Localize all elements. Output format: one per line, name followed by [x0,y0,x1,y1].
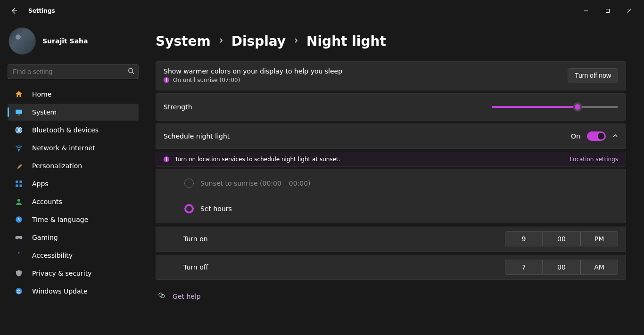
sidebar-item-label: Personalization [32,162,82,170]
bluetooth-icon [14,125,24,135]
schedule-options-card: Sunset to sunrise (00:00 – 00:00) Set ho… [156,169,626,223]
turn-on-row: Turn on 9 00 PM [156,226,626,252]
sidebar-item-bluetooth[interactable]: Bluetooth & devices [8,122,139,139]
sidebar-item-privacy[interactable]: Privacy & security [8,265,139,282]
sidebar-item-label: Network & internet [32,144,95,152]
warning-info-icon: i [164,156,169,162]
system-icon [14,107,24,117]
profile[interactable]: Surajit Saha [8,25,139,62]
sidebar-item-accounts[interactable]: Accounts [8,193,139,210]
app-title: Settings [28,8,55,14]
schedule-toggle[interactable] [587,131,606,141]
sidebar-item-accessibility[interactable]: Accessibility [8,247,139,264]
gamepad-icon [14,233,24,242]
hour-field[interactable]: 9 [505,231,543,246]
radio-label: Sunset to sunrise (00:00 – 00:00) [200,180,311,187]
schedule-card[interactable]: Schedule night light On [156,123,626,149]
person-icon [14,197,24,206]
turn-off-label: Turn off [183,263,208,271]
sidebar-item-label: Accounts [32,198,62,205]
sidebar-item-label: Home [32,90,51,98]
svg-rect-6 [16,180,18,183]
svg-rect-2 [16,110,22,114]
sidebar-item-windows-update[interactable]: Windows Update [8,283,139,300]
close-button[interactable] [619,3,640,18]
sidebar-item-system[interactable]: System [8,104,139,121]
back-button[interactable] [8,5,20,16]
shield-icon [14,269,24,278]
sidebar-item-network[interactable]: Network & internet [8,139,139,156]
location-warning-bar: i Turn on location services to schedule … [156,152,626,167]
svg-rect-9 [20,185,22,187]
update-icon [14,286,24,296]
search-input[interactable] [13,68,122,75]
radio-icon[interactable] [184,204,194,213]
maximize-button[interactable] [597,3,619,18]
ampm-field[interactable]: PM [580,231,618,246]
strength-card: Strength [156,93,626,121]
sidebar-item-label: Windows Update [32,287,88,295]
breadcrumb-system[interactable]: System [156,33,211,49]
location-settings-link[interactable]: Location settings [570,156,618,163]
chevron-up-icon[interactable] [612,133,618,140]
minute-field[interactable]: 00 [543,231,580,246]
sidebar-item-apps[interactable]: Apps [8,175,139,192]
avatar [8,27,36,55]
turn-off-timepicker[interactable]: 7 00 AM [505,260,618,275]
strength-slider[interactable] [492,102,618,112]
svg-point-10 [17,199,20,202]
toggle-state-text: On [571,132,580,140]
sidebar-item-home[interactable]: Home [8,86,139,103]
get-help-link[interactable]: Get help [173,293,201,300]
clock-icon [14,215,24,224]
nav: Home System Bluetooth & devices Network … [8,86,139,300]
breadcrumb: System Display Night light [156,28,629,54]
svg-rect-7 [20,180,22,183]
help-icon [157,291,166,301]
turn-off-row: Turn off 7 00 AM [156,254,626,280]
sidebar-item-gaming[interactable]: Gaming [8,229,139,246]
chevron-right-icon [293,37,299,45]
sidebar: Surajit Saha Home System [0,22,146,335]
sidebar-item-label: Bluetooth & devices [32,126,99,134]
chevron-right-icon [218,37,224,45]
apps-icon [14,179,24,188]
sidebar-item-personalization[interactable]: Personalization [8,157,139,174]
brush-icon [14,161,24,171]
slider-thumb[interactable] [573,102,582,112]
breadcrumb-display[interactable]: Display [231,33,286,49]
get-help-row[interactable]: Get help [156,291,629,301]
home-icon [14,90,24,99]
radio-set-hours[interactable]: Set hours [184,204,618,213]
svg-point-12 [18,252,20,253]
sidebar-item-label: Time & language [32,216,88,223]
ampm-field[interactable]: AM [580,260,618,275]
turn-on-timepicker[interactable]: 9 00 PM [505,231,618,246]
schedule-label: Schedule night light [164,132,230,140]
radio-sunset-to-sunrise: Sunset to sunrise (00:00 – 00:00) [184,179,618,188]
night-light-status-card: Show warmer colors on your display to he… [156,61,626,90]
card-description: Show warmer colors on your display to he… [164,67,342,75]
turn-on-label: Turn on [183,235,208,243]
search-icon [128,68,134,76]
minute-field[interactable]: 00 [543,260,580,275]
svg-point-1 [129,68,133,73]
titlebar: Settings [0,0,644,22]
strength-label: Strength [164,103,192,111]
username: Surajit Saha [42,37,88,45]
sidebar-item-label: Accessibility [32,252,73,259]
hour-field[interactable]: 7 [505,260,543,275]
accessibility-icon [14,251,24,260]
status-info-icon: i [164,77,169,83]
turn-off-now-button[interactable]: Turn off now [568,68,618,82]
sidebar-item-time-language[interactable]: Time & language [8,211,139,228]
svg-rect-3 [18,114,20,115]
sidebar-item-label: Apps [32,180,49,188]
sidebar-item-label: Gaming [32,234,58,241]
warning-text: Turn on location services to schedule ni… [175,156,340,163]
minimize-button[interactable] [575,3,597,18]
search-input-container[interactable] [8,64,139,79]
radio-icon [184,179,194,188]
svg-rect-0 [606,9,610,13]
wifi-icon [14,143,24,153]
